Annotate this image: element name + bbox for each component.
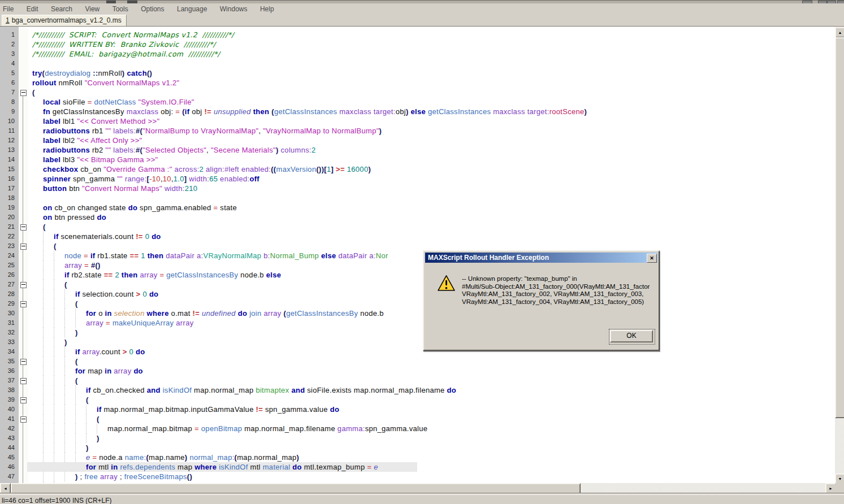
line-number[interactable]: 20 bbox=[0, 214, 15, 220]
line-number[interactable]: 13 bbox=[0, 146, 15, 153]
line-number[interactable]: 25 bbox=[0, 262, 15, 268]
code-line[interactable]: 46for mtl in refs.dependents map where i… bbox=[0, 462, 835, 472]
fold-marker[interactable] bbox=[20, 301, 27, 307]
line-number[interactable]: 1 bbox=[0, 31, 15, 38]
line-number[interactable]: 42 bbox=[0, 425, 15, 432]
dialog-titlebar[interactable]: MAXScript Rollout Handler Exception bbox=[425, 253, 657, 263]
scroll-up-button[interactable]: ▲ bbox=[835, 27, 844, 38]
line-number[interactable]: 12 bbox=[0, 137, 15, 144]
line-number[interactable]: 40 bbox=[0, 406, 15, 412]
line-number[interactable]: 24 bbox=[0, 252, 15, 259]
line-number[interactable]: 8 bbox=[0, 98, 15, 105]
line-number[interactable]: 9 bbox=[0, 108, 15, 115]
code-line[interactable]: 34if array.count > 0 do bbox=[0, 347, 835, 357]
line-number[interactable]: 15 bbox=[0, 166, 15, 172]
line-number[interactable]: 38 bbox=[0, 386, 15, 393]
fold-marker[interactable] bbox=[20, 359, 27, 365]
code-line[interactable]: 13radiobuttons rb2 "" labels:#("Selected… bbox=[0, 145, 835, 155]
code-line[interactable]: 29( bbox=[0, 299, 835, 309]
line-number[interactable]: 6 bbox=[0, 79, 15, 86]
code-line[interactable]: 9fn getClassInstancesBy maxclass obj: = … bbox=[0, 107, 835, 116]
menu-search[interactable]: Search bbox=[46, 4, 77, 13]
line-number[interactable]: 32 bbox=[0, 329, 15, 336]
line-number[interactable]: 3 bbox=[0, 50, 15, 57]
code-line[interactable]: 25array = #() bbox=[0, 260, 835, 270]
line-number[interactable]: 44 bbox=[0, 444, 15, 451]
horizontal-scrollbar[interactable]: ◄ ► bbox=[0, 483, 835, 493]
code-line[interactable]: 33) bbox=[0, 337, 835, 347]
code-line[interactable]: 12label lbl2 "<< Affect Only >>" bbox=[0, 136, 835, 145]
code-line[interactable]: 15checkbox cb_on "Override Gamma :" acro… bbox=[0, 164, 835, 174]
line-number[interactable]: 21 bbox=[0, 223, 15, 230]
code-line[interactable]: 35( bbox=[0, 357, 835, 366]
code-line[interactable]: 31array = makeUniqueArray array bbox=[0, 318, 835, 328]
code-line[interactable]: 44) bbox=[0, 443, 835, 453]
line-number[interactable]: 18 bbox=[0, 194, 15, 201]
code-line[interactable]: 30for o in selection where o.mat != unde… bbox=[0, 309, 835, 318]
code-line[interactable]: 4 bbox=[0, 59, 835, 68]
code-line[interactable]: 39( bbox=[0, 395, 835, 405]
line-number[interactable]: 35 bbox=[0, 358, 15, 364]
line-number[interactable]: 2 bbox=[0, 41, 15, 47]
code-line[interactable]: 20on btn pressed do bbox=[0, 212, 835, 222]
code-line[interactable]: 5try(destroydialog ::nmRoll) catch() bbox=[0, 68, 835, 78]
code-line[interactable]: 23( bbox=[0, 241, 835, 251]
code-line[interactable]: 36for map in array do bbox=[0, 366, 835, 376]
line-number[interactable]: 26 bbox=[0, 271, 15, 278]
code-line[interactable]: 19on cb_on changed state do spn_gamma.en… bbox=[0, 203, 835, 212]
menu-view[interactable]: View bbox=[80, 4, 105, 13]
line-number[interactable]: 5 bbox=[0, 69, 15, 76]
code-line[interactable]: 41( bbox=[0, 414, 835, 424]
line-number[interactable]: 41 bbox=[0, 415, 15, 422]
code-line[interactable]: 7( bbox=[0, 88, 835, 97]
code-line[interactable]: 8local sioFile = dotNetClass "System.IO.… bbox=[0, 97, 835, 107]
menu-tools[interactable]: Tools bbox=[107, 4, 133, 13]
menu-help[interactable]: Help bbox=[255, 4, 279, 13]
code-line[interactable]: 42map.normal_map.bitmap = openBitmap map… bbox=[0, 424, 835, 433]
line-number[interactable]: 33 bbox=[0, 338, 15, 345]
code-line[interactable]: 28if selection.count > 0 do bbox=[0, 289, 835, 299]
code-line[interactable]: 6rollout nmRoll "Convert NormalMaps v1.2… bbox=[0, 78, 835, 88]
code-line[interactable]: 43) bbox=[0, 433, 835, 443]
code-line[interactable]: 27( bbox=[0, 280, 835, 289]
line-number[interactable]: 10 bbox=[0, 118, 15, 124]
code-line[interactable]: 40if map.normal_map.bitmap.inputGammaVal… bbox=[0, 405, 835, 414]
code-line[interactable]: 37( bbox=[0, 376, 835, 385]
line-number[interactable]: 17 bbox=[0, 185, 15, 192]
line-number[interactable]: 4 bbox=[0, 60, 15, 67]
code-line[interactable]: 10label lbl1 "<< Convert Method >>" bbox=[0, 116, 835, 126]
code-line[interactable]: 16spinner spn_gamma "" range:[-10,10,1.0… bbox=[0, 174, 835, 184]
line-number[interactable]: 43 bbox=[0, 435, 15, 441]
line-number[interactable]: 37 bbox=[0, 377, 15, 384]
line-number[interactable]: 23 bbox=[0, 242, 15, 249]
line-number[interactable]: 28 bbox=[0, 290, 15, 297]
line-number[interactable]: 31 bbox=[0, 319, 15, 326]
code-line[interactable]: 17button btn "Convert Normal Maps" width… bbox=[0, 184, 835, 193]
fold-marker[interactable] bbox=[20, 224, 27, 231]
menu-edit[interactable]: Edit bbox=[21, 4, 44, 13]
line-number[interactable]: 30 bbox=[0, 310, 15, 316]
code-line[interactable]: 21( bbox=[0, 222, 835, 232]
line-number[interactable]: 11 bbox=[0, 127, 15, 134]
code-line[interactable]: 32) bbox=[0, 328, 835, 337]
fold-marker[interactable] bbox=[20, 397, 27, 403]
code-line[interactable]: 22if scenematerials.count != 0 do bbox=[0, 232, 835, 241]
line-number[interactable]: 46 bbox=[0, 463, 15, 470]
code-line[interactable]: 18 bbox=[0, 193, 835, 203]
line-number[interactable]: 14 bbox=[0, 156, 15, 163]
close-icon[interactable]: ✕ bbox=[647, 254, 657, 263]
line-number[interactable]: 29 bbox=[0, 300, 15, 307]
line-number[interactable]: 45 bbox=[0, 454, 15, 460]
fold-marker[interactable] bbox=[20, 282, 27, 288]
menu-language[interactable]: Language bbox=[172, 4, 212, 13]
fold-marker[interactable] bbox=[20, 416, 27, 423]
fold-marker[interactable] bbox=[20, 90, 27, 96]
fold-marker[interactable] bbox=[20, 378, 27, 384]
code-line[interactable]: 45e = node.a name:(map.name) normal_map:… bbox=[0, 453, 835, 462]
line-number[interactable]: 19 bbox=[0, 204, 15, 211]
menu-options[interactable]: Options bbox=[136, 4, 169, 13]
line-number[interactable]: 34 bbox=[0, 348, 15, 355]
line-number[interactable]: 16 bbox=[0, 175, 15, 182]
fold-marker[interactable] bbox=[20, 244, 27, 250]
ok-button[interactable]: OK bbox=[610, 330, 653, 342]
